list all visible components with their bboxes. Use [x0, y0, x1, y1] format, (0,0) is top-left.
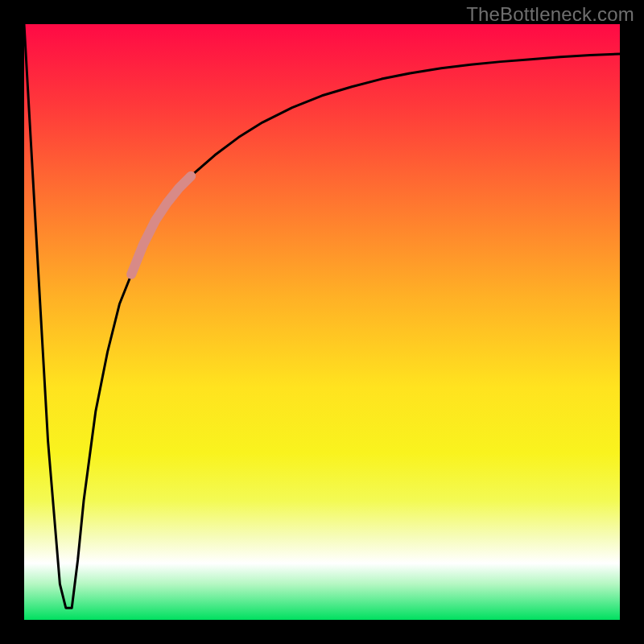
chart-frame: TheBottleneck.com — [0, 0, 644, 644]
watermark-text: TheBottleneck.com — [466, 3, 634, 26]
main-curve — [24, 24, 620, 608]
plot-area — [24, 24, 620, 620]
highlight-segment — [131, 176, 191, 275]
curve-layer — [24, 24, 620, 620]
